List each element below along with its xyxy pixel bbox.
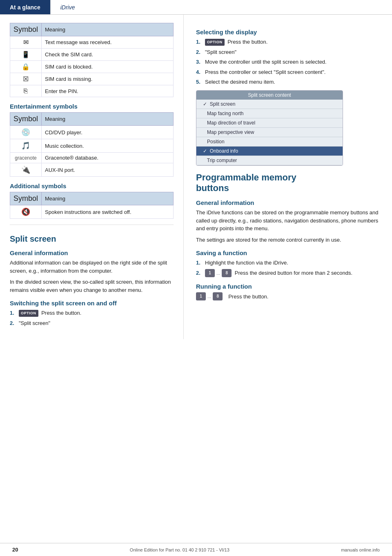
sym-col-header: Symbol [10, 23, 42, 36]
table-row: gracenote Gracenote® database. [10, 153, 174, 163]
page-number: 20 [12, 547, 18, 553]
split-screen-general-info-text2: In the divided screen view, the so-calle… [10, 278, 174, 294]
running-function-content: 1 ... 8 Press the button. [196, 292, 382, 300]
tab-at-a-glance[interactable]: At a glance [0, 0, 50, 14]
symbols-table: Symbol Meaning ✉ Text message was receiv… [10, 23, 174, 97]
split-screen-general-info-text1: Additional information can be displayed … [10, 259, 174, 275]
list-item: 4. Press the controller or select "Split… [196, 68, 382, 76]
entertainment-symbols-heading: Entertainment symbols [10, 103, 174, 110]
table-row: ✉ Text message was received. [10, 36, 174, 49]
list-item: 2. 1 ... 8 Press the desired button for … [196, 269, 382, 278]
running-function-text: Press the button. [228, 294, 268, 300]
running-function-heading: Running a function [196, 283, 382, 290]
list-item: 3. Move the controller until the split s… [196, 58, 382, 66]
screenshot-item: Map perspective view [196, 128, 343, 137]
add-sym-header: Symbol [10, 192, 42, 205]
switching-heading: Switching the split screen on and off [10, 300, 174, 307]
list-item: 1. Highlight the function via the iDrive… [196, 259, 382, 267]
table-row: 💿 CD/DVD player. [10, 126, 174, 139]
page-footer: 20 Online Edition for Part no. 01 40 2 9… [0, 543, 392, 556]
table-row: 📱 Check the SIM card. [10, 49, 174, 61]
split-screen-heading: Split screen [10, 234, 174, 244]
prog-general-info-heading: General information [196, 199, 382, 206]
split-screen-screenshot: Split screen content ✓ Split screen Map … [196, 90, 343, 166]
table-row: 🎵 Music collection. [10, 139, 174, 153]
screenshot-item: Position [196, 137, 343, 147]
main-content: Symbol Meaning ✉ Text message was receiv… [0, 15, 392, 339]
footer-domain: manuals online.info [341, 547, 380, 552]
list-item: 2. "Split screen" [196, 48, 382, 56]
table-row: 🔌 AUX-IN port. [10, 163, 174, 177]
option-button-icon: OPTION [19, 310, 38, 317]
table-row: ⎘ Enter the PIN. [10, 85, 174, 97]
additional-symbols-heading: Additional symbols [10, 182, 174, 189]
right-column: Selecting the display 1. OPTION Press th… [184, 15, 392, 339]
selecting-display-heading: Selecting the display [196, 29, 382, 36]
entertainment-symbols-table: Symbol Meaning 💿 CD/DVD player. 🎵 Music … [10, 112, 174, 177]
screenshot-item: Trip computer [196, 156, 343, 165]
ent-sym-header: Symbol [10, 113, 42, 126]
ent-meaning-header: Meaning [42, 113, 174, 126]
additional-symbols-table: Symbol Meaning 🔇 Spoken instructions are… [10, 192, 174, 219]
table-row: ☒ SIM card is missing. [10, 73, 174, 85]
prog-general-info-text1: The iDrive functions can be stored on th… [196, 209, 382, 233]
list-item: 2. "Split screen" [10, 319, 174, 327]
split-screen-general-info-heading: General information [10, 249, 174, 256]
meaning-col-header: Meaning [42, 23, 174, 36]
screenshot-item: Map facing north [196, 109, 343, 118]
table-row: 🔇 Spoken instructions are switched off. [10, 205, 174, 219]
list-item: 1. OPTION Press the button. [10, 309, 174, 317]
list-item: 5. Select the desired menu item. [196, 78, 382, 86]
tab-idrive[interactable]: iDrive [50, 0, 85, 14]
option-button-icon: OPTION [205, 39, 225, 46]
switching-steps-list: 1. OPTION Press the button. 2. "Split sc… [10, 309, 174, 327]
page-header: At a glance iDrive [0, 0, 392, 15]
add-meaning-header: Meaning [42, 192, 174, 205]
memory-button-image: 1 ... 8 [205, 269, 232, 277]
screenshot-item: Map direction of travel [196, 118, 343, 128]
footer-copyright: Online Edition for Part no. 01 40 2 910 … [130, 547, 229, 552]
prog-general-info-text2: The settings are stored for the remote c… [196, 236, 382, 244]
screenshot-item-onboard-info: ✓ Onboard info [196, 147, 343, 156]
list-item: 1. OPTION Press the button. [196, 38, 382, 46]
saving-function-heading: Saving a function [196, 249, 382, 256]
saving-steps-list: 1. Highlight the function via the iDrive… [196, 259, 382, 277]
section-divider [10, 225, 174, 225]
screenshot-title: Split screen content [196, 91, 343, 100]
left-column: Symbol Meaning ✉ Text message was receiv… [0, 15, 184, 339]
table-row: 🔒 SIM card is blocked. [10, 61, 174, 73]
memory-button-image-run: 1 ... 8 [196, 292, 223, 300]
screenshot-item: ✓ Split screen [196, 100, 343, 109]
screenshot-body: ✓ Split screen Map facing north Map dire… [196, 100, 343, 165]
programmable-memory-heading: Programmable memorybuttons [196, 172, 382, 194]
selecting-steps-list: 1. OPTION Press the button. 2. "Split sc… [196, 38, 382, 86]
